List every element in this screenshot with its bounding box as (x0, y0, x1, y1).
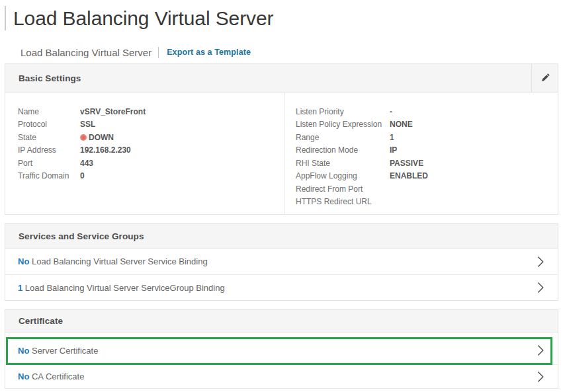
services-panel: Services and Service Groups No Load Bala… (5, 223, 558, 301)
certificate-panel-title: Certificate (5, 316, 63, 326)
services-panel-title: Services and Service Groups (5, 231, 144, 241)
field-listen-priority: Listen Priority - (296, 105, 558, 118)
pencil-icon (539, 72, 551, 85)
page-title: Load Balancing Virtual Server (13, 7, 273, 30)
field-rhi-state: RHI State PASSIVE (296, 157, 558, 170)
field-name: Name vSRV_StoreFront (18, 105, 284, 118)
basic-settings-header: Basic Settings (5, 64, 558, 93)
chevron-right-icon (538, 372, 544, 382)
subheader: Load Balancing Virtual Server Export as … (21, 45, 251, 59)
chevron-right-icon (538, 256, 544, 267)
service-binding-row[interactable]: No Load Balancing Virtual Server Service… (5, 249, 558, 274)
column-divider (284, 93, 285, 214)
basic-settings-left-column: Name vSRV_StoreFront Protocol SSL State … (5, 93, 284, 214)
field-ip-address: IP Address 192.168.2.230 (18, 144, 284, 157)
server-certificate-label: Server Certificate (29, 346, 98, 356)
basic-settings-title: Basic Settings (5, 73, 81, 83)
certificate-panel-header: Certificate (5, 310, 558, 333)
servicegroup-binding-label: Load Balancing Virtual Server ServiceGro… (22, 283, 224, 293)
field-protocol: Protocol SSL (18, 118, 284, 132)
server-certificate-count: No (18, 346, 29, 356)
field-redirect-from-port: Redirect From Port (296, 182, 558, 196)
certificate-panel: Certificate No Server Certificate No CA … (5, 309, 558, 389)
service-binding-label: Load Balancing Virtual Server Service Bi… (29, 256, 207, 266)
basic-settings-right-column: Listen Priority - Listen Policy Expressi… (284, 93, 558, 214)
field-appflow-logging: AppFlow Logging ENABLED (296, 170, 558, 183)
title-accent-bar (5, 6, 6, 30)
basic-settings-body: Name vSRV_StoreFront Protocol SSL State … (5, 93, 558, 214)
export-as-template-link[interactable]: Export as a Template (167, 48, 251, 57)
field-redirection-mode: Redirection Mode IP (296, 144, 558, 157)
field-traffic-domain: Traffic Domain 0 (18, 170, 284, 183)
edit-basic-settings-button[interactable] (531, 64, 558, 92)
red-dot-icon (80, 134, 87, 141)
service-binding-count: No (18, 256, 29, 266)
chevron-right-icon (538, 345, 544, 356)
breadcrumb-divider (158, 47, 159, 58)
field-state: State DOWN (18, 131, 284, 144)
load-balancing-virtual-server-page: Load Balancing Virtual Server Load Balan… (0, 0, 563, 392)
chevron-right-icon (538, 282, 544, 293)
state-value: DOWN (89, 133, 114, 142)
ca-certificate-label: CA Certificate (29, 372, 84, 381)
services-panel-header: Services and Service Groups (5, 224, 558, 249)
basic-settings-panel: Basic Settings Name vSRV_StoreFront Pr (5, 63, 558, 215)
servicegroup-binding-row[interactable]: 1 Load Balancing Virtual Server ServiceG… (5, 274, 558, 300)
server-certificate-row[interactable]: No Server Certificate (5, 333, 558, 364)
field-range: Range 1 (296, 131, 558, 144)
field-https-redirect-url: HTTPS Redirect URL (296, 196, 558, 209)
field-port: Port 443 (18, 157, 284, 170)
ca-certificate-row[interactable]: No CA Certificate (5, 364, 558, 388)
field-listen-policy-expression: Listen Policy Expression NONE (296, 118, 558, 132)
ca-certificate-count: No (18, 372, 29, 381)
breadcrumb: Load Balancing Virtual Server (21, 47, 152, 58)
